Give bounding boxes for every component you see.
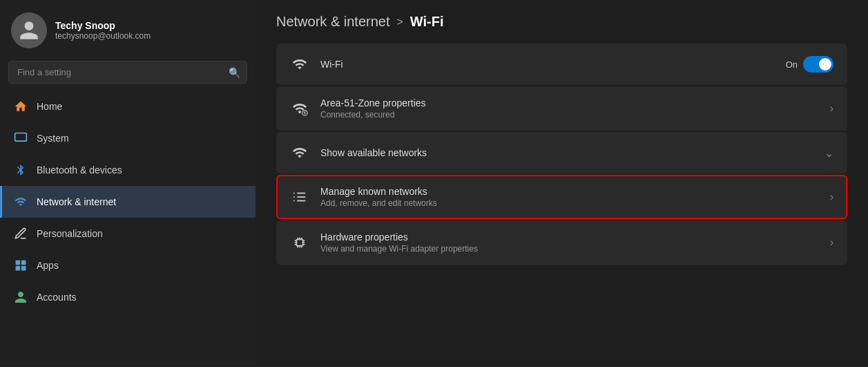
user-profile[interactable]: Techy Snoop techysnoop@outlook.com: [0, 0, 255, 58]
wifi-toggle-row[interactable]: Wi-Fi On: [276, 44, 847, 85]
settings-list: Wi-Fi On Area-51-Zone properties Conne: [276, 44, 847, 265]
svg-rect-3: [16, 266, 21, 271]
sidebar-item-network[interactable]: Network & internet: [0, 186, 255, 218]
sidebar-label-apps: Apps: [37, 260, 59, 271]
hardware-props-right: ›: [830, 236, 833, 249]
area51-right: ›: [830, 102, 833, 115]
sidebar-item-home[interactable]: Home: [0, 91, 255, 122]
svg-rect-12: [296, 239, 302, 245]
manage-networks-content: Manage known networks Add, remove, and e…: [320, 186, 819, 208]
area51-row[interactable]: Area-51-Zone properties Connected, secur…: [276, 86, 847, 131]
sidebar-item-apps[interactable]: Apps: [0, 250, 255, 281]
nav-list: Home System Bluetooth & devices: [0, 91, 255, 367]
sidebar: Techy Snoop techysnoop@outlook.com 🔍 Hom…: [0, 0, 255, 367]
user-email: techysnoop@outlook.com: [55, 31, 151, 41]
list-icon: [290, 187, 309, 207]
search-input[interactable]: [8, 61, 247, 84]
hardware-props-chevron-icon: ›: [830, 236, 833, 249]
user-info: Techy Snoop techysnoop@outlook.com: [55, 20, 151, 41]
sidebar-label-system: System: [37, 133, 69, 144]
bluetooth-icon: [13, 162, 28, 178]
wifi-toggle-switch[interactable]: [803, 56, 833, 73]
chip-icon: [290, 233, 309, 252]
sidebar-item-accounts[interactable]: Accounts: [0, 281, 255, 313]
user-avatar-icon: [18, 19, 40, 41]
breadcrumb-parent: Network & internet: [276, 14, 390, 30]
svg-rect-4: [21, 266, 26, 271]
sidebar-item-system[interactable]: System: [0, 122, 255, 154]
hardware-props-content: Hardware properties View and manage Wi-F…: [320, 232, 819, 254]
svg-rect-1: [16, 261, 21, 265]
breadcrumb: Network & internet > Wi-Fi: [276, 14, 847, 30]
manage-networks-row[interactable]: Manage known networks Add, remove, and e…: [276, 175, 847, 219]
hardware-props-row[interactable]: Hardware properties View and manage Wi-F…: [276, 220, 847, 265]
main-content: Network & internet > Wi-Fi Wi-Fi On: [255, 0, 868, 367]
user-name: Techy Snoop: [55, 20, 151, 31]
show-networks-row[interactable]: Show available networks ⌄: [276, 132, 847, 173]
chevron-right-icon: ›: [830, 102, 833, 115]
search-icon: 🔍: [229, 67, 240, 78]
manage-networks-right: ›: [830, 191, 833, 203]
manage-networks-title: Manage known networks: [320, 186, 819, 197]
svg-rect-2: [21, 261, 26, 265]
show-networks-right: ⌄: [824, 147, 833, 160]
search-box[interactable]: 🔍: [8, 61, 247, 84]
home-icon: [13, 99, 28, 114]
svg-rect-0: [15, 133, 27, 142]
area51-subtitle: Connected, secured: [320, 110, 819, 120]
area51-content: Area-51-Zone properties Connected, secur…: [320, 97, 819, 120]
wifi-search-icon: [290, 143, 309, 162]
show-networks-content: Show available networks: [320, 147, 813, 158]
sidebar-label-network: Network & internet: [37, 196, 116, 207]
sidebar-label-accounts: Accounts: [37, 292, 77, 303]
sidebar-item-personalization[interactable]: Personalization: [0, 218, 255, 250]
area51-title: Area-51-Zone properties: [320, 97, 819, 109]
network-icon: [13, 194, 28, 209]
manage-networks-chevron-icon: ›: [830, 191, 833, 203]
show-networks-title: Show available networks: [320, 147, 813, 158]
accounts-icon: [13, 290, 28, 305]
chevron-down-icon: ⌄: [824, 147, 833, 160]
sidebar-label-bluetooth: Bluetooth & devices: [37, 164, 122, 176]
sidebar-label-personalization: Personalization: [37, 228, 103, 239]
hardware-props-subtitle: View and manage Wi-Fi adapter properties: [320, 244, 819, 254]
wifi-partial-icon: [290, 99, 309, 118]
apps-icon: [13, 258, 28, 273]
personalization-icon: [13, 226, 28, 241]
system-icon: [13, 131, 28, 146]
wifi-toggle-right[interactable]: On: [786, 56, 833, 73]
breadcrumb-separator: >: [397, 16, 403, 28]
wifi-toggle-title: Wi-Fi: [320, 59, 775, 70]
wifi-icon: [290, 55, 309, 74]
avatar: [11, 12, 47, 48]
hardware-props-title: Hardware properties: [320, 232, 819, 243]
breadcrumb-current: Wi-Fi: [410, 14, 444, 30]
sidebar-item-bluetooth[interactable]: Bluetooth & devices: [0, 154, 255, 186]
toggle-on-label: On: [786, 59, 798, 70]
manage-networks-subtitle: Add, remove, and edit networks: [320, 198, 819, 208]
sidebar-label-home: Home: [37, 101, 62, 112]
wifi-toggle-content: Wi-Fi: [320, 59, 775, 70]
